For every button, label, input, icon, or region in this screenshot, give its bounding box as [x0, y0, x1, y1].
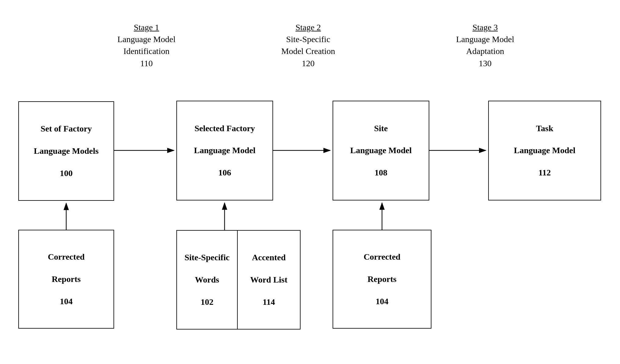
selected-factory-box: Selected Factory Language Model 106	[176, 101, 273, 200]
task-language-box: Task Language Model 112	[488, 101, 601, 200]
corrected-reports-right-box: Corrected Reports 104	[333, 230, 431, 329]
site-specific-split-box: Site-Specific Words 102 Accented Word Li…	[176, 230, 301, 330]
stage1-label: Stage 1 Language Model Identification 11…	[104, 21, 189, 69]
site-specific-words-box: Site-Specific Words 102	[176, 230, 237, 330]
accented-word-list-box: Accented Word List 114	[237, 230, 301, 330]
corrected-reports-left-box: Corrected Reports 104	[18, 230, 114, 329]
site-language-box: Site Language Model 108	[333, 101, 429, 200]
factory-models-box: Set of Factory Language Models 100	[18, 101, 114, 201]
stage3-label: Stage 3 Language Model Adaptation 130	[439, 21, 531, 69]
stage2-label: Stage 2 Site-Specific Model Creation 120	[262, 21, 354, 69]
